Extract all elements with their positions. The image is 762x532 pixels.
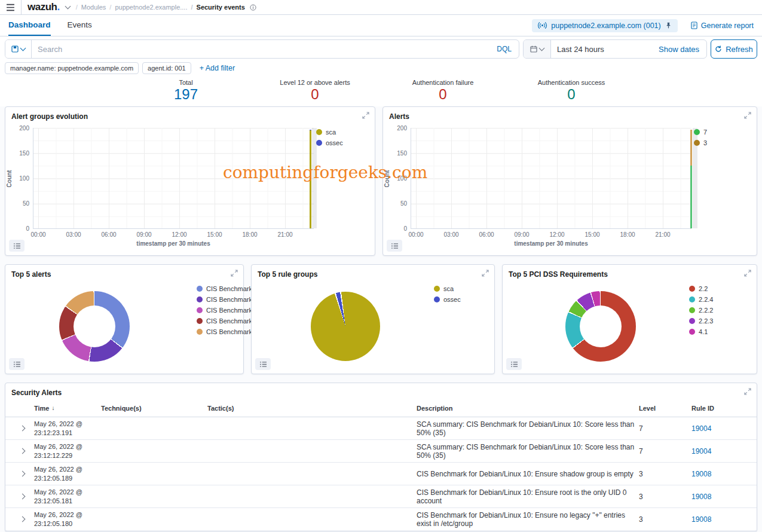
- expand-icon[interactable]: [362, 112, 369, 119]
- cell-level: 7: [639, 424, 691, 433]
- legend-toggle-button[interactable]: [506, 358, 522, 370]
- agent-badge-label: puppetnode2.example.com (001): [551, 22, 660, 30]
- x-axis-tick: 00:00: [408, 231, 423, 238]
- breadcrumb-modules[interactable]: Modules: [76, 4, 106, 11]
- legend-item[interactable]: 3: [694, 139, 707, 146]
- legend-label: sca: [443, 285, 454, 292]
- panel-title: Security Alerts: [5, 383, 757, 397]
- rule-id-link[interactable]: 19004: [691, 424, 757, 433]
- tab-dashboard[interactable]: Dashboard: [8, 15, 51, 36]
- row-expand-chevron-icon[interactable]: [10, 517, 34, 521]
- filter-pill-manager[interactable]: manager.name: puppetnode.example.com: [5, 62, 139, 74]
- legend-toggle-button[interactable]: [9, 240, 25, 252]
- menu-icon[interactable]: [6, 4, 15, 11]
- logo-text: wazuh: [27, 1, 57, 13]
- column-header-rule-id[interactable]: Rule ID: [691, 405, 757, 412]
- stat-label: Authentication failure: [377, 79, 509, 86]
- tab-bar: Dashboard Events puppetnode2.example.com…: [0, 15, 762, 36]
- column-header-techniques[interactable]: Technique(s): [101, 405, 207, 412]
- breadcrumb-agent[interactable]: puppetnode2.example....: [109, 4, 187, 11]
- info-icon[interactable]: [250, 4, 256, 11]
- column-header-level[interactable]: Level: [639, 405, 691, 412]
- row-expand-chevron-icon[interactable]: [10, 494, 34, 499]
- column-header-time[interactable]: Time ↓: [34, 405, 101, 412]
- table-header: Time ↓ Technique(s) Tactic(s) Descriptio…: [5, 399, 757, 417]
- panel-alerts: Alerts 20015010050000:0003:0006:0009:001…: [382, 106, 757, 256]
- legend-item[interactable]: ossec: [434, 296, 461, 303]
- plot-area[interactable]: 20015010050000:0003:0006:0009:0012:0015:…: [33, 128, 314, 229]
- legend-dot: [689, 296, 695, 302]
- filter-pill-agent[interactable]: agent.id: 001: [142, 62, 191, 74]
- stat-auth-failure: Authentication failure 0: [377, 79, 509, 103]
- pin-icon[interactable]: [665, 22, 672, 29]
- breadcrumb: Modules puppetnode2.example.... Security…: [76, 4, 256, 11]
- row-expand-chevron-icon[interactable]: [10, 426, 34, 430]
- cell-time: May 26, 2022 @ 23:12:05.180: [34, 510, 101, 528]
- row-expand-chevron-icon[interactable]: [10, 472, 34, 476]
- rule-id-link[interactable]: 19008: [691, 470, 757, 478]
- show-dates-link[interactable]: Show dates: [659, 45, 706, 54]
- stacked-bar[interactable]: [310, 128, 311, 228]
- pie-chart[interactable]: [311, 292, 380, 361]
- generate-report-label: Generate report: [701, 22, 754, 30]
- refresh-button[interactable]: Refresh: [711, 39, 757, 59]
- legend-item[interactable]: sca: [316, 129, 343, 136]
- x-axis-tick: 00:00: [30, 231, 45, 238]
- donut-chart[interactable]: [59, 291, 130, 362]
- row-expand-chevron-icon[interactable]: [10, 449, 34, 453]
- legend-label: 3: [703, 139, 707, 146]
- legend-toggle-button[interactable]: [387, 240, 402, 252]
- expand-icon[interactable]: [744, 388, 751, 395]
- expand-icon[interactable]: [231, 270, 238, 277]
- legend-toggle-button[interactable]: [9, 358, 25, 370]
- legend-item[interactable]: 2.2.2: [689, 307, 713, 314]
- plot-area[interactable]: 20015010050000:0003:0006:0009:0012:0015:…: [411, 128, 691, 229]
- x-axis-label: timestamp per 30 minutes: [411, 240, 691, 247]
- expand-icon[interactable]: [482, 270, 489, 277]
- saved-query-button[interactable]: [5, 40, 32, 58]
- stat-value[interactable]: 0: [249, 86, 381, 103]
- legend-item[interactable]: 4.1: [689, 328, 713, 335]
- calendar-button[interactable]: [524, 40, 551, 58]
- legend-dot: [316, 140, 322, 146]
- legend-item[interactable]: ossec: [316, 139, 343, 146]
- sort-down-icon: ↓: [51, 405, 54, 411]
- chevron-down-icon[interactable]: [65, 3, 71, 9]
- legend-toggle-button[interactable]: [255, 358, 271, 370]
- wazuh-logo[interactable]: wazuh.: [27, 1, 60, 13]
- y-axis-tick: 150: [19, 150, 29, 157]
- expand-icon[interactable]: [744, 112, 751, 119]
- add-filter-link[interactable]: + Add filter: [200, 64, 235, 72]
- legend-item[interactable]: 7: [694, 129, 707, 136]
- legend-item[interactable]: 2.2.3: [689, 317, 713, 325]
- legend-item[interactable]: 2.2: [689, 285, 713, 292]
- rule-id-link[interactable]: 19004: [691, 447, 757, 455]
- cell-level: 7: [639, 447, 691, 455]
- donut-chart[interactable]: [565, 291, 636, 362]
- rule-id-link[interactable]: 19008: [691, 515, 757, 524]
- column-header-description[interactable]: Description: [417, 405, 639, 412]
- legend-item[interactable]: sca: [434, 285, 461, 292]
- stat-value[interactable]: 0: [506, 86, 637, 103]
- time-range-value[interactable]: Last 24 hours: [551, 45, 659, 54]
- x-axis-tick: 15:00: [584, 231, 599, 238]
- stacked-bar[interactable]: [690, 128, 692, 228]
- generate-report-button[interactable]: Generate report: [691, 22, 754, 30]
- y-axis-label: Count: [384, 170, 390, 187]
- legend-dot: [689, 286, 695, 292]
- search-input[interactable]: [32, 45, 489, 54]
- legend-dot: [689, 318, 695, 324]
- tab-events[interactable]: Events: [68, 15, 92, 36]
- dql-button[interactable]: DQL: [489, 45, 519, 53]
- legend-item[interactable]: 2.2.4: [689, 296, 713, 303]
- stat-value[interactable]: 197: [120, 86, 252, 103]
- rule-id-link[interactable]: 19008: [691, 493, 757, 501]
- stat-value[interactable]: 0: [377, 86, 509, 103]
- table-row: May 26, 2022 @ 23:12:12.229 SCA summary:…: [5, 440, 757, 463]
- column-header-tactics[interactable]: Tactic(s): [207, 405, 417, 412]
- expand-icon[interactable]: [744, 270, 751, 277]
- agent-badge[interactable]: puppetnode2.example.com (001): [532, 19, 677, 32]
- x-axis-tick: 21:00: [277, 231, 292, 238]
- x-axis-tick: 12:00: [549, 231, 564, 238]
- table-row: May 26, 2022 @ 23:12:23.191 SCA summary:…: [5, 417, 757, 440]
